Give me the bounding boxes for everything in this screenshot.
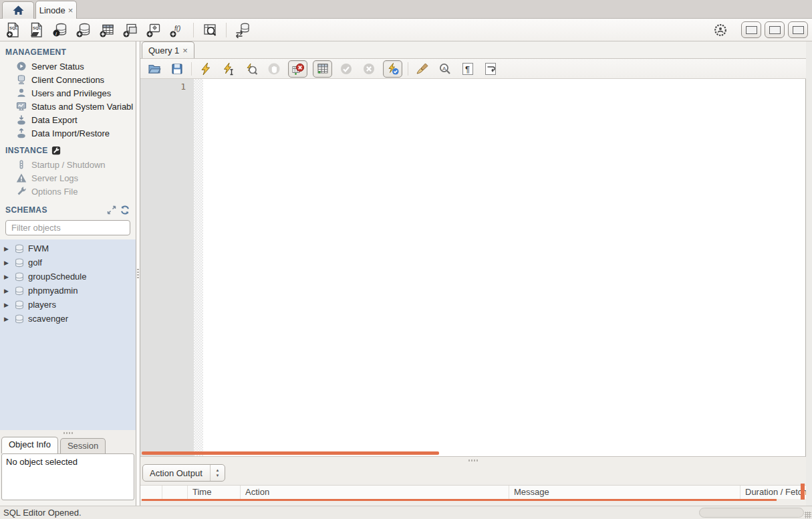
create-schema-icon — [76, 22, 92, 38]
connection-tab-linode[interactable]: Linode × — [35, 1, 77, 19]
schema-row-phpmyadmin[interactable]: ▶ phpmyadmin — [0, 284, 136, 298]
search-table-data-button[interactable] — [200, 21, 219, 39]
sidebar-vertical-splitter[interactable] — [136, 41, 140, 506]
toggle-wrap-button[interactable] — [482, 60, 499, 78]
sidebar-item-data-export[interactable]: Data Export — [0, 113, 136, 126]
column-header-blank — [140, 486, 162, 499]
spinner-arrows-icon[interactable]: ▲ ▼ — [210, 465, 225, 481]
schema-name: scavenger — [28, 314, 68, 324]
sidebar-item-server-logs[interactable]: Server Logs — [0, 171, 136, 185]
output-horizontal-scrollbar[interactable] — [142, 499, 777, 501]
schema-filter-input[interactable] — [9, 223, 129, 233]
preferences-gear-icon — [713, 23, 728, 37]
sidebar-item-client-connections[interactable]: Client Connections — [0, 73, 136, 86]
instance-title-label: INSTANCE — [5, 146, 48, 155]
sidebar-item-server-status[interactable]: Server Status — [0, 60, 136, 73]
stop-on-error-icon — [291, 62, 305, 76]
refresh-icon[interactable] — [120, 205, 130, 215]
client-connections-icon — [16, 74, 27, 85]
broom-icon — [416, 62, 429, 76]
expand-icon[interactable] — [106, 205, 117, 215]
create-view-button[interactable] — [121, 21, 140, 39]
svg-text:A: A — [442, 65, 446, 71]
code-area[interactable] — [203, 79, 805, 456]
schema-row-golf[interactable]: ▶ golf — [0, 255, 136, 270]
sql-code-editor[interactable]: 1 — [140, 79, 806, 457]
preferences-button[interactable] — [711, 21, 730, 39]
sidebar-item-options-file[interactable]: Options File — [0, 185, 136, 198]
toggle-output-area-button[interactable] — [765, 21, 785, 38]
sidebar-item-label: Data Export — [31, 115, 78, 125]
close-icon[interactable]: × — [68, 6, 74, 15]
document-tabstrip: Linode × — [0, 0, 812, 19]
schema-inspector-button[interactable]: i — [51, 21, 70, 39]
management-title-label: MANAGEMENT — [5, 47, 66, 57]
find-button[interactable]: A — [436, 60, 454, 78]
tab-query-1[interactable]: Query 1 × — [142, 41, 194, 58]
schema-row-groupschedule[interactable]: ▶ groupSchedule — [0, 270, 136, 284]
create-function-button[interactable]: f() — [168, 21, 186, 39]
new-sql-tab-button[interactable]: SQL — [4, 21, 23, 39]
sidebar-item-system-variables[interactable]: Status and System Variables — [0, 100, 136, 113]
wrap-text-icon — [484, 62, 497, 76]
create-procedure-button[interactable] — [144, 21, 163, 39]
stop-button[interactable] — [265, 60, 283, 78]
sidebar-item-users-privileges[interactable]: Users and Privileges — [0, 86, 136, 100]
close-icon[interactable]: × — [182, 46, 188, 55]
schema-name: groupSchedule — [28, 272, 86, 282]
spinner-down-icon[interactable]: ▼ — [216, 473, 220, 478]
beautify-button[interactable] — [414, 60, 431, 78]
sidebar-item-startup-shutdown[interactable]: Startup / Shutdown — [0, 158, 136, 171]
execute-button[interactable] — [197, 60, 215, 78]
reconnect-server-icon — [235, 22, 251, 38]
window-resize-grip[interactable] — [805, 512, 811, 518]
output-vertical-scrollbar[interactable] — [801, 484, 805, 500]
schema-row-players[interactable]: ▶ players — [0, 298, 136, 312]
splitter-grip-icon — [63, 432, 73, 434]
sidebar-horizontal-splitter[interactable] — [0, 430, 136, 436]
tab-label: Session — [67, 441, 98, 451]
commit-button[interactable] — [337, 60, 355, 78]
chevron-right-icon[interactable]: ▶ — [4, 260, 11, 266]
home-icon — [12, 5, 25, 16]
reconnect-server-button[interactable] — [233, 21, 252, 39]
search-table-data-icon — [202, 22, 218, 38]
toggle-autocommit-button[interactable] — [383, 60, 402, 78]
toggle-limit-rows-button[interactable] — [313, 60, 332, 78]
tab-object-info[interactable]: Object Info — [1, 437, 58, 453]
chevron-right-icon[interactable]: ▶ — [4, 302, 11, 308]
sidebar-item-data-import[interactable]: Data Import/Restore — [0, 126, 136, 140]
schema-row-fwm[interactable]: ▶ FWM — [0, 241, 136, 255]
left-sidebar-icon — [746, 26, 757, 34]
chevron-right-icon[interactable]: ▶ — [4, 288, 11, 294]
open-sql-script-button[interactable]: SQL — [27, 21, 46, 39]
toggle-left-sidebar-button[interactable] — [741, 21, 761, 38]
tab-session[interactable]: Session — [60, 438, 106, 453]
svg-text:i: i — [55, 30, 57, 36]
editor-area: Query 1 × — [140, 41, 806, 506]
execute-current-icon — [222, 62, 235, 76]
output-mode-value: Action Output — [143, 468, 210, 478]
toggle-right-sidebar-button[interactable] — [788, 21, 808, 38]
schema-icon — [14, 314, 25, 324]
output-splitter[interactable] — [140, 457, 806, 464]
editor-horizontal-scrollbar[interactable] — [142, 451, 439, 455]
chevron-right-icon[interactable]: ▶ — [4, 245, 11, 252]
create-schema-button[interactable] — [74, 21, 93, 39]
rollback-button[interactable] — [360, 60, 378, 78]
save-script-button[interactable] — [168, 60, 186, 78]
chevron-right-icon[interactable]: ▶ — [4, 274, 11, 280]
create-table-button[interactable] — [98, 21, 116, 39]
schema-row-scavenger[interactable]: ▶ scavenger — [0, 312, 136, 326]
schema-tree: ▶ FWM ▶ — [0, 239, 136, 430]
home-tab[interactable] — [2, 1, 34, 19]
output-mode-select[interactable]: Action Output ▲ ▼ — [142, 464, 225, 482]
chevron-right-icon[interactable]: ▶ — [4, 316, 11, 322]
toggle-stop-on-error-button[interactable] — [288, 60, 307, 78]
explain-button[interactable] — [243, 60, 260, 78]
spinner-up-icon[interactable]: ▲ — [216, 468, 220, 473]
explain-icon — [245, 62, 258, 76]
execute-current-button[interactable] — [220, 60, 237, 78]
toggle-invisibles-button[interactable]: ¶ — [459, 60, 477, 78]
open-file-button[interactable] — [146, 60, 163, 78]
